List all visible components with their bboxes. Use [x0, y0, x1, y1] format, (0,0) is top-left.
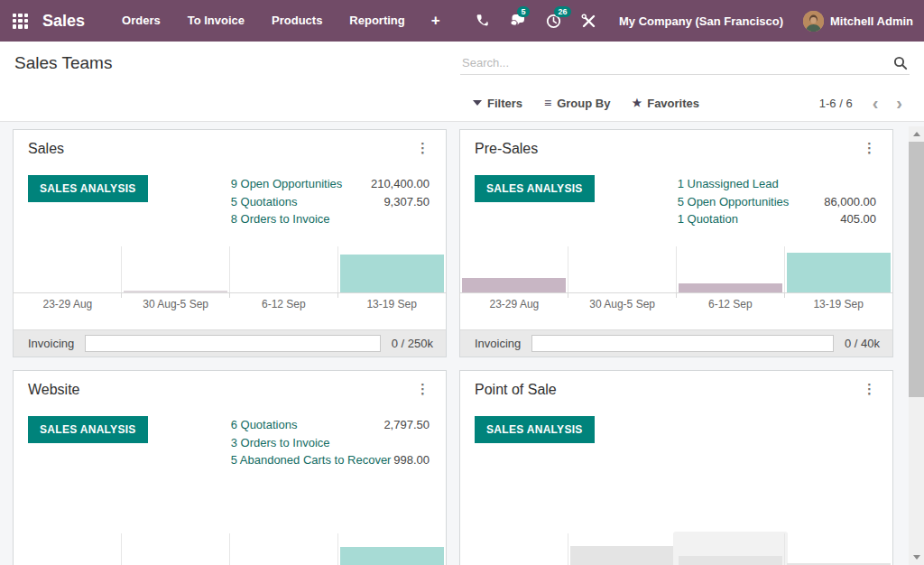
search-input[interactable]	[462, 56, 893, 69]
axis-tick	[229, 292, 230, 298]
chart-bar[interactable]	[570, 546, 673, 565]
kpi-link[interactable]: 5 Quotations	[231, 193, 298, 211]
axis-tick	[121, 292, 122, 298]
messages-icon[interactable]: 5	[499, 0, 536, 42]
kanban-card-sales: Sales ⋮ SALES ANALYSIS 9 Open Opportunit…	[13, 129, 447, 357]
activities-badge: 26	[554, 6, 571, 17]
invoicing-progressbar[interactable]	[85, 335, 380, 352]
chart-x-label: 13-19 Sep	[784, 298, 892, 310]
chart-bar[interactable]	[340, 255, 443, 292]
chart-column	[568, 533, 676, 565]
search-bar[interactable]	[460, 52, 910, 75]
company-switcher[interactable]: My Company (San Francisco)	[606, 14, 803, 28]
chart-bar[interactable]	[679, 556, 781, 565]
user-menu[interactable]: Mitchell Admin	[803, 11, 913, 32]
app-brand[interactable]: Sales	[42, 12, 85, 31]
kpi-link[interactable]: 3 Orders to Invoice	[231, 434, 330, 452]
chart-column	[568, 246, 676, 292]
user-avatar	[803, 11, 824, 32]
activities-icon[interactable]: 26	[536, 0, 571, 42]
favorites-button[interactable]: ★ Favorites	[621, 97, 710, 110]
kpi-link[interactable]: 8 Orders to Invoice	[231, 210, 330, 228]
plus-icon[interactable]: +	[419, 12, 453, 30]
kpi-link[interactable]: 1 Quotation	[678, 210, 738, 228]
invoicing-label: Invoicing	[475, 337, 521, 350]
scrollbar-thumb[interactable]	[909, 142, 924, 397]
kpi-link[interactable]: 6 Quotations	[231, 416, 298, 434]
group-by-label: Group By	[557, 97, 610, 110]
filters-button[interactable]: Filters	[462, 97, 533, 110]
messages-badge: 5	[517, 6, 530, 17]
kpi-row: 8 Orders to Invoice	[231, 210, 430, 228]
invoicing-value: 0 / 250k	[392, 337, 433, 350]
apps-menu-icon[interactable]	[13, 14, 28, 29]
chart-x-label: 23-29 Aug	[460, 298, 568, 310]
kebab-menu-icon[interactable]: ⋮	[859, 141, 880, 154]
menu-products[interactable]: Products	[258, 0, 336, 42]
card-title: Website	[28, 382, 80, 398]
axis-tick	[459, 292, 460, 298]
pager-next-icon[interactable]: ›	[889, 94, 910, 112]
chart-bar[interactable]	[462, 278, 565, 292]
chart-column	[676, 533, 784, 565]
chart-bar[interactable]	[340, 547, 443, 565]
kpi-row: 5 Abandoned Carts to Recover998.00	[231, 451, 430, 469]
kpi-row: 5 Open Opportunities86,000.00	[678, 193, 876, 211]
kpi-value: 998.00	[393, 451, 430, 469]
pager-range: 1-6 / 6	[819, 97, 853, 110]
vertical-scrollbar[interactable]	[909, 126, 924, 565]
chart-column	[337, 533, 446, 565]
kpi-row: 5 Quotations9,307.50	[231, 193, 430, 211]
axis-tick	[337, 292, 338, 298]
kpi-link[interactable]: 1 Unassigned Lead	[678, 175, 779, 193]
filters-label: Filters	[487, 97, 522, 110]
pager-previous-icon[interactable]: ‹	[865, 94, 886, 112]
chart-column	[337, 246, 446, 292]
tools-icon[interactable]	[571, 0, 606, 42]
chart-column	[14, 533, 121, 565]
chart-bar[interactable]	[124, 291, 226, 292]
group-by-button[interactable]: ≡ Group By	[533, 96, 621, 110]
invoicing-footer: Invoicing 0 / 40k	[460, 329, 892, 357]
kebab-menu-icon[interactable]: ⋮	[412, 382, 433, 395]
scroll-down-icon[interactable]	[909, 550, 924, 565]
kpi-value: 86,000.00	[824, 193, 876, 211]
invoicing-progressbar[interactable]	[531, 335, 834, 352]
weekly-bar-chart	[14, 533, 446, 565]
chart-x-label: 23-29 Aug	[14, 298, 122, 310]
menu-reporting[interactable]: Reporting	[336, 0, 418, 42]
card-title: Pre-Sales	[475, 141, 538, 157]
kpi-value: 9,307.50	[383, 193, 430, 211]
kpi-link[interactable]: 9 Open Opportunities	[231, 175, 343, 193]
sales-analysis-button[interactable]: SALES ANALYSIS	[475, 416, 595, 443]
search-icon[interactable]	[893, 56, 908, 70]
control-panel: Sales Teams Filters ≡ Group By ★ Favorit…	[0, 42, 924, 122]
scroll-up-icon[interactable]	[909, 126, 924, 142]
kebab-menu-icon[interactable]: ⋮	[859, 382, 880, 395]
menu-orders[interactable]: Orders	[108, 0, 174, 42]
kanban-card-point-of-sale: Point of Sale ⋮ SALES ANALYSIS 23-29 Aug…	[459, 370, 893, 565]
kpi-row: 6 Quotations2,797.50	[231, 416, 430, 434]
invoicing-value: 0 / 40k	[845, 337, 880, 350]
axis-tick	[13, 292, 14, 298]
chart-bar[interactable]	[787, 253, 890, 292]
group-by-icon: ≡	[544, 96, 551, 110]
chart-column	[784, 533, 892, 565]
kpi-link[interactable]: 5 Open Opportunities	[678, 193, 790, 211]
kebab-menu-icon[interactable]: ⋮	[412, 141, 433, 154]
sales-analysis-button[interactable]: SALES ANALYSIS	[475, 175, 595, 202]
menu-to-invoice[interactable]: To Invoice	[174, 0, 258, 42]
invoicing-footer: Invoicing 0 / 250k	[14, 329, 446, 357]
chart-bar[interactable]	[679, 283, 781, 292]
chart-column	[121, 533, 229, 565]
axis-tick	[676, 292, 677, 298]
kpi-link[interactable]: 5 Abandoned Carts to Recover	[231, 451, 392, 469]
favorites-label: Favorites	[647, 97, 699, 110]
kanban-card-pre-sales: Pre-Sales ⋮ SALES ANALYSIS 1 Unassigned …	[459, 129, 893, 357]
chart-x-label: 30 Aug-5 Sep	[122, 298, 230, 310]
sales-analysis-button[interactable]: SALES ANALYSIS	[28, 416, 148, 443]
phone-icon[interactable]	[465, 0, 499, 42]
chart-x-label: 6-12 Sep	[230, 298, 338, 310]
pager: 1-6 / 6 ‹ ›	[819, 94, 910, 112]
sales-analysis-button[interactable]: SALES ANALYSIS	[28, 175, 148, 202]
